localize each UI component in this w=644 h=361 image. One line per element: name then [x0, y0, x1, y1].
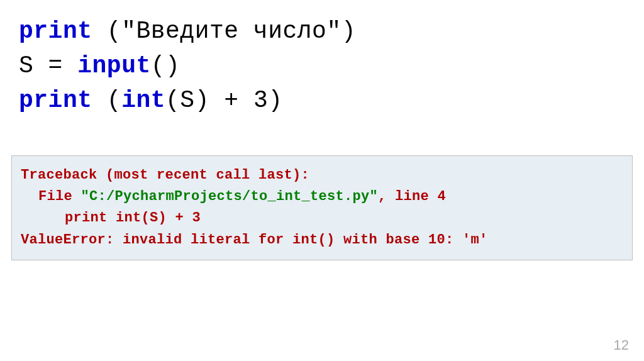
code-line-3: print (int(S) + 3) — [19, 83, 625, 118]
code-text: S = — [19, 52, 77, 79]
code-text: ) — [268, 87, 282, 114]
code-text: ("Введите число") — [92, 18, 356, 45]
code-line-2: S = input() — [19, 48, 625, 83]
code-line-1: print ("Введите число") — [19, 14, 625, 48]
page-number: 12 — [614, 337, 629, 353]
traceback-file-path: "C:/PycharmProjects/to_int_test.py" — [81, 189, 379, 204]
keyword-print: print — [19, 18, 92, 45]
keyword-input: input — [77, 52, 151, 79]
traceback-error: ValueError: invalid literal for int() wi… — [21, 230, 623, 251]
code-text: ( — [92, 87, 122, 114]
keyword-int: int — [121, 87, 165, 114]
traceback-code-line: print int(S) + 3 — [21, 208, 623, 229]
traceback-file-line: File "C:/PycharmProjects/to_int_test.py"… — [21, 186, 623, 208]
traceback-panel: Traceback (most recent call last): File … — [11, 155, 633, 260]
traceback-file-prefix: File — [38, 189, 81, 204]
keyword-print: print — [19, 87, 92, 114]
code-text: () — [151, 52, 180, 79]
code-text: (S) + — [165, 87, 253, 114]
code-block: print ("Введите число") S = input() prin… — [0, 0, 644, 118]
traceback-header: Traceback (most recent call last): — [21, 165, 623, 186]
number-literal: 3 — [253, 87, 268, 114]
traceback-file-suffix: , line 4 — [378, 189, 446, 204]
